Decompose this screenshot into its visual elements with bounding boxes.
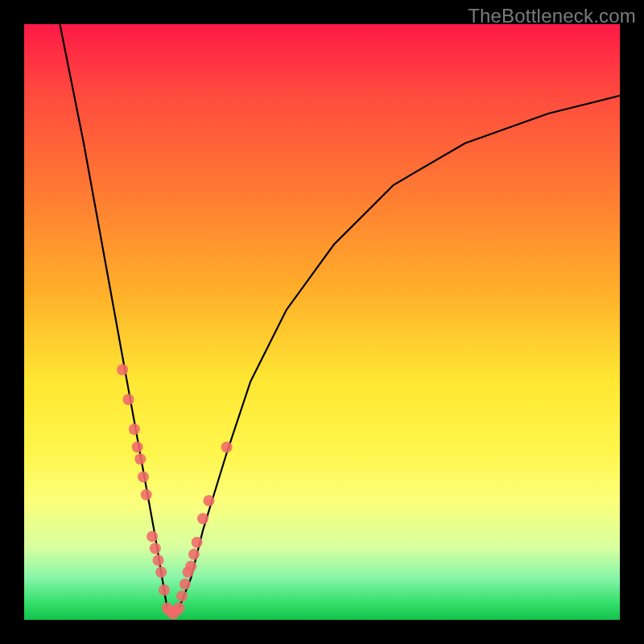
marker-dot bbox=[197, 513, 208, 524]
marker-dot bbox=[150, 543, 161, 554]
chart-frame: TheBottleneck.com bbox=[0, 0, 644, 644]
marker-dot bbox=[155, 567, 167, 578]
bottleneck-curve bbox=[60, 24, 620, 614]
marker-dot bbox=[180, 579, 191, 590]
plot-area bbox=[24, 24, 620, 620]
marker-dot bbox=[176, 590, 188, 601]
marker-dot bbox=[159, 584, 170, 596]
marker-dot bbox=[134, 453, 146, 464]
marker-dot bbox=[185, 560, 196, 572]
marker-dot bbox=[138, 471, 149, 482]
marker-dot bbox=[147, 530, 158, 542]
marker-dot bbox=[129, 423, 140, 435]
marker-dot bbox=[117, 364, 128, 375]
marker-dot bbox=[141, 489, 152, 501]
marker-dot bbox=[221, 441, 233, 452]
marker-dot bbox=[173, 602, 184, 613]
marker-dot bbox=[123, 394, 134, 405]
marker-dot bbox=[188, 549, 200, 560]
chart-svg bbox=[24, 24, 620, 620]
marker-dot bbox=[132, 441, 143, 452]
marker-dot bbox=[192, 537, 203, 548]
marker-dot bbox=[203, 495, 214, 506]
marker-dot bbox=[153, 555, 164, 566]
